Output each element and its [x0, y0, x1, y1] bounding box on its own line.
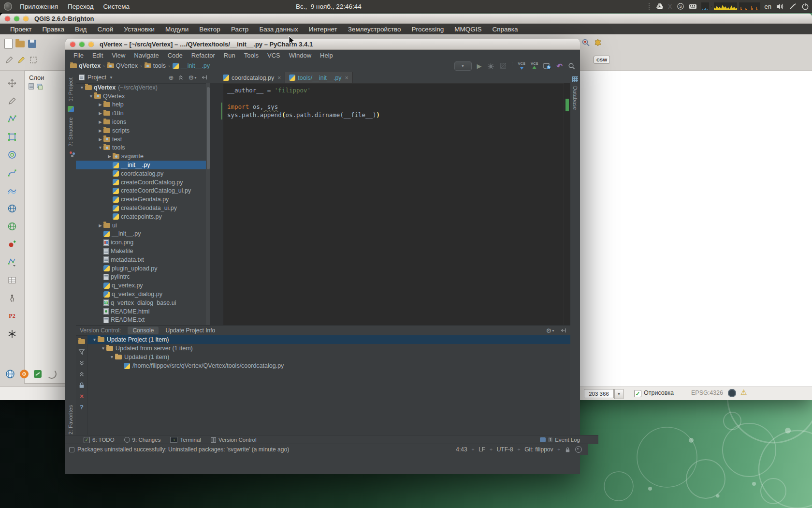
- tree-row[interactable]: __init__.py: [76, 230, 206, 239]
- pycharm-menu-item[interactable]: Navigate: [130, 52, 163, 59]
- side-toolbar-slot[interactable]: [6, 113, 18, 125]
- pycharm-menu-item[interactable]: File: [69, 52, 88, 59]
- collapse-all-icon[interactable]: [178, 74, 184, 81]
- pycharm-menu-item[interactable]: Code: [163, 52, 187, 59]
- tree-row[interactable]: Makefile: [76, 247, 206, 255]
- close-window-button[interactable]: [70, 42, 75, 47]
- local-history-icon[interactable]: [543, 62, 551, 70]
- tree-row[interactable]: ▼tools: [76, 144, 206, 152]
- tool-window-switcher-icon[interactable]: [69, 447, 74, 452]
- side-toolbar-slot[interactable]: [6, 274, 18, 286]
- pycharm-menu-item[interactable]: Run: [219, 52, 240, 59]
- tree-row[interactable]: __init__.py: [76, 161, 206, 169]
- run-icon[interactable]: ▶: [477, 63, 482, 69]
- distro-logo-icon[interactable]: [4, 2, 12, 11]
- close-icon[interactable]: ×: [80, 393, 84, 400]
- editor-tab[interactable]: coordcatalog.py×: [219, 72, 285, 83]
- side-toolbar-slot[interactable]: [6, 131, 18, 143]
- tree-arrow[interactable]: ▼: [88, 94, 94, 99]
- manage-layers-icon[interactable]: [36, 83, 44, 90]
- side-toolbar-slot[interactable]: [6, 149, 18, 161]
- encoding-indicator[interactable]: UTF-8: [497, 446, 513, 453]
- tree-row[interactable]: q_vertex_dialog_base.ui: [76, 299, 206, 307]
- pycharm-menu-item[interactable]: Refactor: [187, 52, 219, 59]
- tree-arrow[interactable]: ▼: [79, 85, 85, 90]
- tree-row[interactable]: createGeodata.py: [76, 195, 206, 204]
- minimize-window-button[interactable]: [23, 16, 29, 21]
- side-toolbar-slot[interactable]: [6, 167, 18, 179]
- tree-arrow[interactable]: ▼: [91, 337, 98, 342]
- vcs-branch-indicator[interactable]: Git: filippov: [524, 446, 553, 453]
- close-tab-icon[interactable]: ×: [277, 75, 281, 81]
- spline-tool-icon[interactable]: [8, 168, 16, 177]
- line-ending-indicator[interactable]: LF: [478, 446, 485, 453]
- debug-icon[interactable]: [487, 62, 494, 70]
- tree-row[interactable]: createCoordCatalog.py: [76, 178, 206, 187]
- new-project-icon[interactable]: [5, 39, 12, 48]
- add-group-icon[interactable]: [29, 83, 34, 90]
- maximize-window-button[interactable]: [14, 16, 19, 21]
- move-tool-icon[interactable]: [8, 79, 16, 88]
- qgis-menu-item[interactable]: MMQGIS: [449, 26, 487, 33]
- plugin-settings-icon[interactable]: ⚙: [20, 370, 29, 378]
- render-checkbox[interactable]: ✓: [634, 390, 641, 397]
- filter-icon[interactable]: [78, 348, 85, 355]
- group-by-icon[interactable]: [78, 339, 85, 344]
- qgis-menu-item[interactable]: База данных: [254, 26, 303, 33]
- locate-icon[interactable]: ⊕: [169, 75, 174, 81]
- caret-position[interactable]: 4:43: [456, 446, 467, 453]
- tree-row[interactable]: icon.png: [76, 238, 206, 247]
- tree-row[interactable]: coordcatalog.py: [76, 169, 206, 178]
- console-tab-icon[interactable]: [68, 106, 74, 112]
- undo-icon[interactable]: ↶: [556, 62, 563, 70]
- tree-row[interactable]: README.txt: [76, 316, 206, 325]
- vcs-tree-row[interactable]: ▼Updated from server (1 item): [87, 344, 570, 353]
- event-log-button[interactable]: 1 Event Log: [540, 437, 598, 443]
- qgis-menu-item[interactable]: Проект: [5, 26, 37, 33]
- tree-arrow[interactable]: ▶: [97, 102, 103, 107]
- ring-tool-icon[interactable]: [8, 150, 16, 159]
- collapse-all-icon[interactable]: [79, 371, 85, 377]
- qgis-menu-item[interactable]: Вектор: [194, 26, 226, 33]
- attribute-table-icon[interactable]: [8, 276, 16, 284]
- close-window-button[interactable]: [5, 16, 10, 21]
- tree-arrow[interactable]: ▶: [97, 128, 103, 133]
- identify-icon[interactable]: [581, 38, 590, 47]
- tree-row[interactable]: ▼QVertex: [76, 92, 206, 101]
- side-toolbar-slot[interactable]: [6, 185, 18, 196]
- tool-window-button[interactable]: ›Terminal: [170, 437, 201, 443]
- tree-row[interactable]: createpoints.py: [76, 212, 206, 221]
- tree-arrow[interactable]: ▶: [97, 223, 103, 228]
- hide-panel-icon[interactable]: [202, 74, 207, 81]
- tree-row[interactable]: ▶ui: [76, 221, 206, 230]
- editor-tab[interactable]: tools/__init__.py×: [285, 72, 352, 83]
- globe-icon[interactable]: [6, 370, 14, 378]
- loading-icon[interactable]: [47, 369, 57, 379]
- qgis-menu-item[interactable]: Землеустройство: [343, 26, 406, 33]
- power-icon[interactable]: [801, 2, 809, 11]
- qgis-menu-item[interactable]: Вид: [70, 26, 92, 33]
- x-app-icon[interactable]: X: [668, 3, 672, 10]
- vertex-dropdown-icon[interactable]: [8, 258, 16, 267]
- globe-green-icon[interactable]: [8, 222, 16, 231]
- tree-row[interactable]: ▶i18n: [76, 109, 206, 118]
- qgis-menu-item[interactable]: Правка: [37, 26, 70, 33]
- qgis-menu-item[interactable]: Растр: [226, 26, 254, 33]
- editor-scrollbar[interactable]: [564, 83, 570, 325]
- side-toolbar-slot[interactable]: [6, 203, 18, 214]
- tree-row[interactable]: q_vertex_dialog.py: [76, 290, 206, 299]
- vcs-tree-row[interactable]: ▼Updated (1 item): [87, 353, 570, 361]
- tool-window-tab[interactable]: Database: [572, 86, 578, 110]
- gear-menu-icon[interactable]: ⚙▼: [188, 75, 197, 81]
- google-drive-icon[interactable]: [656, 2, 664, 10]
- qgis-menu-item[interactable]: Модули: [160, 26, 194, 33]
- qgis-titlebar[interactable]: QGIS 2.6.0-Brighton: [0, 14, 812, 24]
- python2-console-icon[interactable]: P2: [9, 313, 15, 319]
- tree-arrow[interactable]: ▶: [97, 137, 103, 142]
- tree-row[interactable]: plugin_upload.py: [76, 264, 206, 273]
- volume-icon[interactable]: [776, 2, 784, 11]
- pycharm-menu-item[interactable]: Help: [316, 52, 337, 59]
- tree-row[interactable]: q_vertex.py: [76, 281, 206, 290]
- keyboard-icon[interactable]: [689, 2, 697, 11]
- qgis-menu-item[interactable]: Интернет: [304, 26, 343, 33]
